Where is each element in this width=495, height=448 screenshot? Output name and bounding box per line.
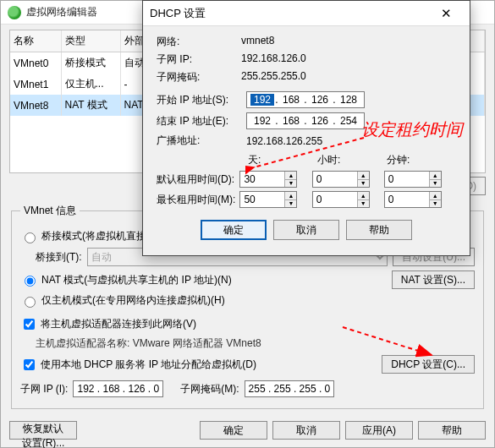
chevron-down-icon[interactable]: ▼ xyxy=(285,200,296,208)
main-apply-button[interactable]: 应用(A) xyxy=(345,421,413,440)
default-lease-minutes[interactable]: ▲▼ xyxy=(384,171,442,188)
dialog-title: DHCP 设置 xyxy=(150,6,429,21)
main-footer: 恢复默认设置(R)... 确定 取消 应用(A) 帮助 xyxy=(1,416,494,445)
max-lease-label: 最长租用时间(M): xyxy=(157,193,239,207)
chevron-up-icon[interactable]: ▲ xyxy=(430,192,441,200)
close-button[interactable]: ✕ xyxy=(429,2,463,25)
app-icon xyxy=(8,6,21,19)
dialog-cancel-button[interactable]: 取消 xyxy=(273,220,339,240)
col-days: 天: xyxy=(248,153,317,167)
subnet-ip-value: 192.168.126.0 xyxy=(241,52,456,67)
chevron-down-icon[interactable]: ▼ xyxy=(430,180,441,188)
dialog-titlebar[interactable]: DHCP 设置 ✕ xyxy=(143,1,470,26)
close-icon: ✕ xyxy=(441,6,452,21)
main-help-button[interactable]: 帮助 xyxy=(418,421,486,440)
start-ip-input[interactable]: 192. 168. 126. 128 xyxy=(246,91,365,108)
dhcp-settings-dialog: DHCP 设置 ✕ 网络: vmnet8 子网 IP: 192.168.126.… xyxy=(142,0,470,256)
bridge-to-label: 桥接到(T): xyxy=(36,250,82,265)
dialog-ok-button[interactable]: 确定 xyxy=(201,220,267,240)
default-lease-label: 默认租用时间(D): xyxy=(157,172,239,187)
subnet-mask-label: 子网掩码(M): xyxy=(180,382,239,396)
broadcast-value: 192.168.126.255 xyxy=(246,135,322,147)
subnet-mask-input[interactable]: 255 . 255 . 255 . 0 xyxy=(245,380,335,397)
dhcp-settings-button[interactable]: DHCP 设置(C)... xyxy=(382,355,475,374)
host-adapter-name: 主机虚拟适配器名称: VMware 网络适配器 VMnet8 xyxy=(36,336,261,351)
subnet-ip-label: 子网 IP (I): xyxy=(20,382,68,396)
chevron-up-icon[interactable]: ▲ xyxy=(285,172,296,180)
nat-settings-button[interactable]: NAT 设置(S)... xyxy=(392,270,475,289)
network-value: vmnet8 xyxy=(241,35,456,49)
broadcast-label: 广播地址: xyxy=(157,134,241,148)
chevron-up-icon[interactable]: ▲ xyxy=(358,192,369,200)
vmnet-legend: VMnet 信息 xyxy=(20,204,80,218)
col-minutes: 分钟: xyxy=(387,153,456,167)
default-lease-hours[interactable]: ▲▼ xyxy=(312,171,370,188)
subnet-mask-label: 子网掩码: xyxy=(157,70,241,85)
main-title: 虚拟网络编辑器 xyxy=(26,5,97,19)
chevron-up-icon[interactable]: ▲ xyxy=(430,172,441,180)
chevron-down-icon[interactable]: ▼ xyxy=(285,180,296,188)
chevron-down-icon[interactable]: ▼ xyxy=(430,200,441,208)
subnet-ip-input[interactable]: 192 . 168 . 126 . 0 xyxy=(73,380,163,397)
max-lease-days[interactable]: ▲▼ xyxy=(239,191,297,208)
dialog-body: 网络: vmnet8 子网 IP: 192.168.126.0 子网掩码: 25… xyxy=(143,26,470,255)
network-label: 网络: xyxy=(157,35,241,49)
subnet-ip-label: 子网 IP: xyxy=(157,52,241,67)
chevron-up-icon[interactable]: ▲ xyxy=(358,172,369,180)
chevron-down-icon[interactable]: ▼ xyxy=(358,180,369,188)
chevron-down-icon[interactable]: ▼ xyxy=(358,200,369,208)
col-name[interactable]: 名称 xyxy=(10,30,61,52)
nat-radio[interactable]: NAT 模式(与虚拟机共享主机的 IP 地址)(N) xyxy=(20,273,232,287)
max-lease-minutes[interactable]: ▲▼ xyxy=(384,191,442,208)
default-lease-days[interactable]: ▲▼ xyxy=(239,171,297,188)
col-hours: 小时: xyxy=(317,153,387,167)
host-adapter-checkbox[interactable]: 将主机虚拟适配器连接到此网络(V) xyxy=(20,316,196,332)
col-type[interactable]: 类型 xyxy=(61,30,120,52)
hostonly-radio[interactable]: 仅主机模式(在专用网络内连接虚拟机)(H) xyxy=(20,293,225,308)
max-lease-hours[interactable]: ▲▼ xyxy=(312,191,370,208)
dialog-help-button[interactable]: 帮助 xyxy=(346,220,412,240)
end-ip-label: 结束 IP 地址(E): xyxy=(157,114,241,128)
subnet-mask-value: 255.255.255.0 xyxy=(241,70,456,85)
restore-defaults-button[interactable]: 恢复默认设置(R)... xyxy=(9,421,77,440)
main-cancel-button[interactable]: 取消 xyxy=(272,421,340,440)
dhcp-checkbox[interactable]: 使用本地 DHCP 服务将 IP 地址分配给虚拟机(D) xyxy=(20,357,256,373)
main-ok-button[interactable]: 确定 xyxy=(200,421,267,440)
end-ip-input[interactable]: 192. 168. 126. 254 xyxy=(246,112,365,129)
start-ip-label: 开始 IP 地址(S): xyxy=(157,93,241,107)
chevron-up-icon[interactable]: ▲ xyxy=(285,192,296,200)
